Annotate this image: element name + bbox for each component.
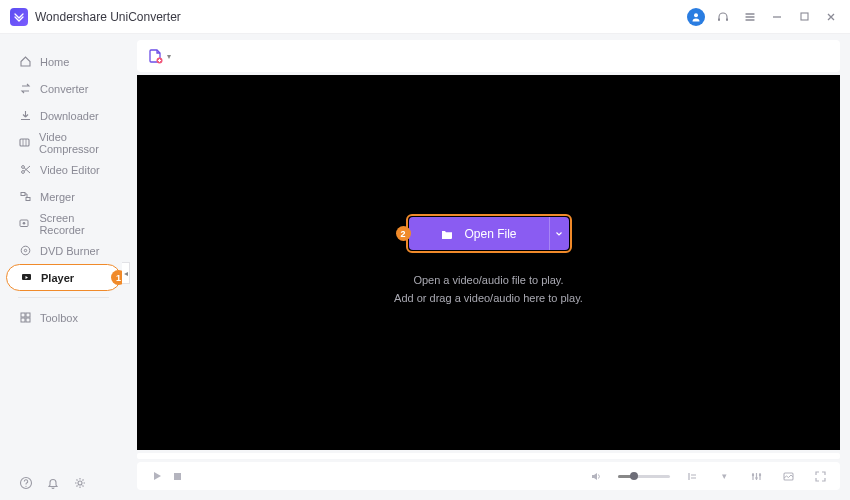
file-add-icon [147, 48, 164, 65]
app-title: Wondershare UniConverter [35, 10, 181, 24]
subtitle-icon[interactable] [682, 466, 702, 486]
merge-icon [18, 190, 32, 204]
titlebar: Wondershare UniConverter [0, 0, 850, 34]
svg-point-19 [25, 485, 26, 486]
sidebar-item-dvd[interactable]: DVD Burner [0, 237, 127, 264]
download-icon [18, 109, 32, 123]
svg-rect-3 [801, 13, 808, 20]
svg-point-25 [758, 473, 760, 475]
svg-point-12 [24, 249, 26, 251]
svg-rect-22 [174, 473, 181, 480]
svg-rect-4 [20, 139, 29, 146]
bell-icon[interactable] [45, 475, 60, 490]
sidebar-item-converter[interactable]: Converter [0, 75, 127, 102]
folder-icon [440, 227, 454, 241]
svg-point-23 [751, 473, 753, 475]
sidebar-item-label: Home [40, 56, 69, 68]
user-avatar-icon[interactable] [687, 8, 705, 26]
converter-icon [18, 82, 32, 96]
sidebar-item-home[interactable]: Home [0, 48, 127, 75]
menu-icon[interactable] [741, 8, 759, 26]
compress-icon [18, 136, 31, 150]
seek-bar[interactable] [137, 453, 840, 459]
sidebar-item-label: Video Editor [40, 164, 100, 176]
toolbox-icon [18, 311, 32, 325]
player-controls: ▾ [137, 462, 840, 490]
svg-point-11 [21, 246, 30, 255]
open-file-dropdown[interactable] [549, 217, 569, 250]
sidebar-item-merger[interactable]: Merger [0, 183, 127, 210]
sidebar-item-label: Player [41, 272, 74, 284]
player-icon [19, 271, 33, 285]
svg-rect-15 [26, 313, 30, 317]
sidebar-item-label: Downloader [40, 110, 99, 122]
snapshot-icon[interactable] [778, 466, 798, 486]
help-icon[interactable] [18, 475, 33, 490]
callout-badge-2: 2 [396, 226, 411, 241]
stage-hint-line1: Open a video/audio file to play. [394, 272, 583, 290]
stage-hint-line2: Add or drag a video/audio here to play. [394, 290, 583, 308]
home-icon [18, 55, 32, 69]
sidebar-item-recorder[interactable]: Screen Recorder [0, 210, 127, 237]
svg-point-20 [78, 481, 82, 485]
sidebar: Home Converter Downloader Video Compress… [0, 34, 127, 500]
volume-slider[interactable] [618, 475, 670, 478]
sidebar-item-label: Toolbox [40, 312, 78, 324]
sidebar-item-downloader[interactable]: Downloader [0, 102, 127, 129]
sidebar-divider [18, 297, 109, 298]
svg-rect-16 [21, 318, 25, 322]
headset-icon[interactable] [714, 8, 732, 26]
sidebar-collapse-handle[interactable]: ◂ [122, 262, 130, 284]
record-icon [18, 217, 31, 231]
gear-icon[interactable] [72, 475, 87, 490]
minimize-icon[interactable] [768, 8, 786, 26]
player-stage[interactable]: Open File 2 Open a video/audio file to p… [137, 75, 840, 450]
main-toolbar: ▾ [137, 40, 840, 72]
open-file-button[interactable]: Open File [409, 217, 549, 250]
open-file-button-group: Open File [409, 217, 569, 250]
sidebar-item-label: Merger [40, 191, 75, 203]
open-file-label: Open File [464, 227, 516, 241]
sidebar-item-toolbox[interactable]: Toolbox [0, 304, 127, 331]
sidebar-item-compressor[interactable]: Video Compressor [0, 129, 127, 156]
volume-icon[interactable] [586, 466, 606, 486]
sidebar-footer [0, 465, 127, 500]
close-icon[interactable] [822, 8, 840, 26]
sidebar-item-player[interactable]: Player1 [6, 264, 121, 291]
svg-rect-7 [21, 193, 25, 196]
svg-rect-17 [26, 318, 30, 322]
fullscreen-icon[interactable] [810, 466, 830, 486]
chevron-down-icon [555, 230, 563, 238]
svg-rect-2 [726, 18, 728, 21]
app-logo [10, 8, 28, 26]
chevron-down-icon: ▾ [167, 52, 171, 61]
sidebar-item-label: DVD Burner [40, 245, 99, 257]
play-button[interactable] [147, 466, 167, 486]
svg-point-10 [23, 222, 26, 225]
equalizer-icon[interactable] [746, 466, 766, 486]
svg-point-0 [694, 13, 698, 17]
disc-icon [18, 244, 32, 258]
maximize-icon[interactable] [795, 8, 813, 26]
sidebar-item-label: Video Compressor [39, 131, 119, 155]
scissors-icon [18, 163, 32, 177]
svg-rect-14 [21, 313, 25, 317]
sidebar-item-label: Converter [40, 83, 88, 95]
chevron-down-small-icon: ▾ [714, 466, 734, 486]
svg-point-24 [755, 476, 757, 478]
stop-button[interactable] [167, 466, 187, 486]
sidebar-item-editor[interactable]: Video Editor [0, 156, 127, 183]
sidebar-item-label: Screen Recorder [39, 212, 119, 236]
stage-hint: Open a video/audio file to play. Add or … [394, 272, 583, 307]
add-file-button[interactable]: ▾ [147, 48, 171, 65]
svg-rect-1 [718, 18, 720, 21]
